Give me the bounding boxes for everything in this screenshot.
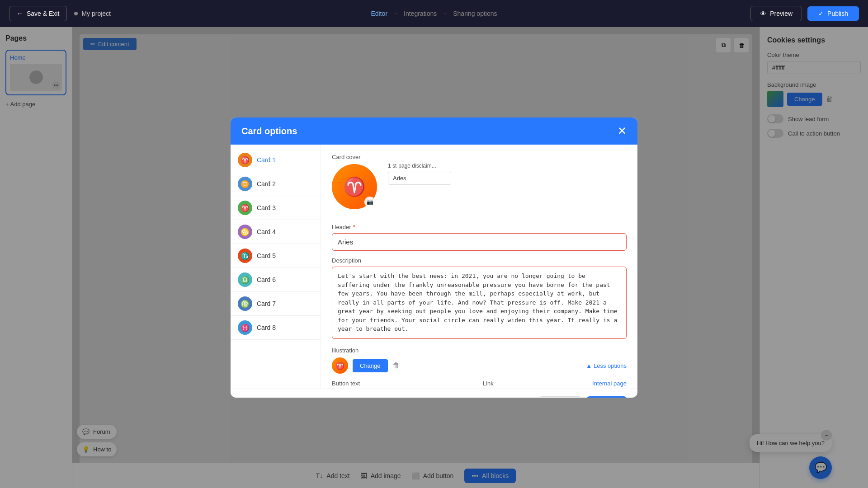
- card-icon-1: ♈: [238, 153, 252, 167]
- topbar: ← Save & Exit My project Editor → Integr…: [0, 0, 868, 27]
- cover-disclaimer-row: Card cover ♈ 📷 1 st-page disclaim...: [332, 154, 627, 216]
- check-icon: ✓: [818, 10, 824, 17]
- illustration-preview: ♈: [332, 357, 348, 374]
- topbar-right: 👁 Preview ✓ Publish: [750, 6, 859, 21]
- project-name-text: My project: [81, 10, 111, 17]
- illustration-controls: ♈ Change 🗑 ▲ Less options: [332, 357, 627, 374]
- nav-step-integrations[interactable]: Integrations: [404, 10, 437, 17]
- list-item[interactable]: ♎ Card 6: [231, 268, 321, 292]
- internal-page-link[interactable]: Internal page: [592, 380, 627, 387]
- card-icon-5: ♏: [238, 249, 252, 263]
- button-text-label: Button text: [332, 380, 476, 387]
- button-link-row: Button text Link Internal page: [332, 380, 627, 389]
- header-field-group: Header *: [332, 224, 627, 251]
- card-icon-4: ♋: [238, 225, 252, 239]
- link-label: Link: [483, 380, 494, 387]
- card-cover-section: Card cover ♈ 📷: [332, 154, 377, 209]
- save-exit-button[interactable]: ← Save & Exit: [9, 6, 67, 21]
- button-text-col: Button text: [332, 380, 476, 389]
- required-star: *: [353, 224, 355, 230]
- description-label: Description: [332, 257, 627, 264]
- list-item[interactable]: ♍ Card 7: [231, 292, 321, 316]
- disclaimer-label: 1 st-page disclaim...: [388, 163, 451, 169]
- cancel-button[interactable]: Cancel: [539, 396, 581, 398]
- link-label-row: Link Internal page: [483, 380, 627, 387]
- eye-icon: 👁: [760, 10, 766, 17]
- modal-overlay: Card options ✕ ♈ Card 1 ♊ Card 2 ♈: [0, 27, 868, 488]
- card-icon-7: ♍: [238, 296, 252, 311]
- modal-title: Card options: [241, 126, 297, 136]
- cover-preview: ♈ 📷: [332, 164, 377, 209]
- nav-arrow-1: →: [393, 10, 398, 17]
- description-field-group: Description Let's start with the best ne…: [332, 257, 627, 341]
- nav-steps: Editor → Integrations → Sharing options: [371, 10, 497, 17]
- modal-close-button[interactable]: ✕: [618, 126, 627, 136]
- arrow-left-icon: ←: [17, 10, 23, 17]
- list-item[interactable]: ♋ Card 4: [231, 220, 321, 244]
- card-list: ♈ Card 1 ♊ Card 2 ♈ Card 3 ♋ Card 4: [231, 145, 321, 389]
- illustration-delete-button[interactable]: 🗑: [392, 361, 400, 370]
- nav-arrow-2: →: [442, 10, 448, 17]
- modal-form: Card cover ♈ 📷 1 st-page disclaim...: [321, 145, 637, 389]
- publish-label: Publish: [827, 10, 848, 17]
- list-item[interactable]: ♓ Card 8: [231, 316, 321, 340]
- publish-button[interactable]: ✓ Publish: [807, 6, 859, 21]
- illustration-change-button[interactable]: Change: [353, 359, 388, 372]
- disclaimer-section: 1 st-page disclaim...: [388, 163, 451, 216]
- preview-label: Preview: [770, 10, 793, 17]
- card-icon-6: ♎: [238, 272, 252, 287]
- save-button[interactable]: Save: [587, 396, 627, 398]
- list-item[interactable]: ♊ Card 2: [231, 172, 321, 196]
- modal-footer: Cancel Save: [231, 389, 637, 398]
- list-item[interactable]: ♈ Card 1: [231, 148, 321, 172]
- camera-icon[interactable]: 📷: [364, 197, 375, 207]
- cover-label: Card cover: [332, 154, 377, 160]
- nav-step-sharing[interactable]: Sharing options: [453, 10, 497, 17]
- description-textarea[interactable]: Let's start with the best news: in 2021,…: [332, 267, 627, 339]
- list-item[interactable]: ♏ Card 5: [231, 244, 321, 268]
- link-col: Link Internal page: [483, 380, 627, 389]
- save-exit-label: Save & Exit: [27, 10, 59, 17]
- project-dot: [74, 12, 78, 15]
- header-label: Header *: [332, 224, 627, 230]
- disclaimer-input[interactable]: [388, 172, 451, 185]
- main-area: Pages Home ••• + Add page ✏ Edit content…: [0, 27, 868, 488]
- project-name-area: My project: [74, 10, 111, 17]
- illustration-label: Illustration: [332, 347, 627, 354]
- card-icon-2: ♊: [238, 177, 252, 191]
- header-input[interactable]: [332, 233, 627, 251]
- card-icon-8: ♓: [238, 320, 252, 335]
- nav-step-editor[interactable]: Editor: [371, 10, 387, 17]
- preview-button[interactable]: 👁 Preview: [750, 6, 802, 21]
- card-icon-3: ♈: [238, 201, 252, 215]
- illustration-section: Illustration ♈ Change 🗑 ▲ Less options: [332, 347, 627, 374]
- list-item[interactable]: ♈ Card 3: [231, 196, 321, 220]
- card-options-modal: Card options ✕ ♈ Card 1 ♊ Card 2 ♈: [231, 117, 637, 398]
- modal-header: Card options ✕: [231, 117, 637, 145]
- modal-body: ♈ Card 1 ♊ Card 2 ♈ Card 3 ♋ Card 4: [231, 145, 637, 389]
- less-options-button[interactable]: ▲ Less options: [586, 362, 627, 369]
